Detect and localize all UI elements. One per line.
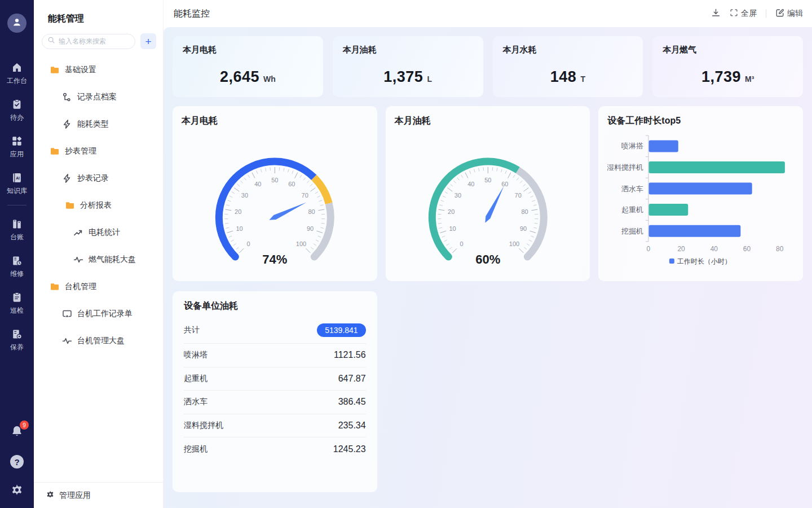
- svg-text:20: 20: [235, 208, 241, 215]
- svg-text:90: 90: [307, 225, 314, 232]
- user-avatar[interactable]: [7, 14, 27, 33]
- stat-value-row: 148T: [503, 68, 633, 86]
- svg-text:100: 100: [509, 240, 519, 247]
- rail-item-knowledge[interactable]: AI知识库: [0, 171, 34, 196]
- stat-value-row: 1,375L: [343, 68, 473, 86]
- total-badge: 5139.841: [317, 323, 365, 337]
- row-value: 235.34: [338, 421, 366, 431]
- gear-icon: [10, 489, 24, 498]
- stat-unit: M³: [745, 75, 754, 84]
- gauge-card-oil: 本月油耗 010203040506070809010060%: [386, 106, 590, 281]
- svg-text:40: 40: [467, 181, 474, 187]
- tree-item[interactable]: 燃气能耗大盘: [34, 246, 163, 273]
- rail-nav-primary: 工作台待办应用AI知识库: [0, 33, 34, 196]
- stat-card: 本月电耗2,645Wh: [173, 36, 323, 97]
- divider: [766, 10, 766, 17]
- svg-text:80: 80: [308, 208, 315, 215]
- svg-text:10: 10: [449, 225, 456, 232]
- settings-button[interactable]: [10, 483, 24, 499]
- tree-item[interactable]: 基础设置: [34, 56, 163, 84]
- tree-item[interactable]: 记录点档案: [34, 84, 163, 111]
- tree-item[interactable]: 抄表记录: [34, 165, 163, 192]
- sidebar-title: 能耗管理: [34, 0, 163, 25]
- tree-item[interactable]: 分析报表: [34, 192, 163, 219]
- bell-icon: [10, 430, 24, 440]
- home-icon: [10, 61, 24, 75]
- total-label: 共计: [184, 325, 200, 335]
- svg-text:60%: 60%: [475, 252, 500, 266]
- pulse-icon: [62, 336, 72, 346]
- add-button[interactable]: +: [140, 33, 156, 49]
- question-icon: ?: [14, 457, 19, 467]
- tree-item[interactable]: 电耗统计: [34, 219, 163, 246]
- svg-text:喷淋搭: 喷淋搭: [621, 142, 643, 150]
- tree-item-label: 能耗类型: [77, 119, 109, 129]
- stat-title: 本月燃气: [663, 45, 793, 55]
- svg-text:0: 0: [647, 245, 651, 253]
- notifications-button[interactable]: 9: [10, 424, 24, 440]
- notification-badge: 9: [20, 421, 29, 430]
- fullscreen-button[interactable]: 全屏: [730, 8, 757, 19]
- search-icon: [47, 36, 55, 46]
- tree-item-label: 台机管理大盘: [77, 336, 125, 346]
- tree-item[interactable]: 台机管理大盘: [34, 327, 163, 354]
- tree-item[interactable]: 抄表管理: [34, 138, 163, 165]
- table-row: 喷淋塔1121.56: [184, 344, 366, 367]
- stat-title: 本月水耗: [503, 45, 633, 55]
- stat-title: 本月油耗: [343, 45, 473, 55]
- charts-row: 本月电耗 010203040506070809010074% 本月油耗 0102…: [173, 106, 803, 281]
- table-row: 湿料搅拌机235.34: [184, 414, 366, 438]
- repair-icon: [10, 254, 24, 268]
- bolt-icon: [62, 173, 72, 183]
- svg-text:100: 100: [296, 240, 306, 247]
- sidebar: 能耗管理 + 基础设置记录点档案能耗类型抄表管理抄表记录分析报表电耗统计燃气能耗…: [34, 0, 164, 508]
- stat-value: 1,375: [383, 68, 423, 85]
- svg-text:30: 30: [454, 192, 461, 199]
- fullscreen-label: 全屏: [741, 8, 757, 19]
- svg-text:80: 80: [521, 208, 528, 215]
- unit-oil-table-card: 设备单位油耗 共计 5139.841 喷淋塔1121.56起重机647.87洒水…: [173, 291, 377, 492]
- rail-item-ledger[interactable]: 台账: [0, 217, 34, 242]
- download-button[interactable]: [711, 8, 721, 19]
- row-label: 洒水车: [184, 397, 208, 407]
- manage-apps-button[interactable]: 管理应用: [34, 482, 163, 508]
- ai-book-icon: AI: [10, 171, 24, 185]
- svg-text:20: 20: [678, 245, 686, 253]
- tree-item-label: 分析报表: [80, 200, 112, 211]
- rail-item-apps[interactable]: 应用: [0, 134, 34, 159]
- gear-icon: [46, 490, 55, 501]
- svg-text:74%: 74%: [262, 252, 287, 266]
- search-input[interactable]: [59, 37, 130, 45]
- svg-text:0: 0: [247, 240, 250, 247]
- help-button[interactable]: ?: [10, 455, 24, 468]
- fullscreen-icon: [730, 8, 738, 19]
- rail-item-maintain[interactable]: 保养: [0, 327, 34, 352]
- table-total-row: 共计 5139.841: [184, 317, 366, 344]
- stat-card: 本月燃气1,739M³: [652, 36, 803, 97]
- clipboard-check-icon: [10, 98, 24, 111]
- tree-item[interactable]: 能耗类型: [34, 111, 163, 138]
- tree-item[interactable]: 台机管理: [34, 273, 163, 300]
- card-title: 本月油耗: [395, 115, 581, 127]
- rail-item-label: 工作台: [7, 76, 27, 86]
- rail-item-repair[interactable]: 维修: [0, 254, 34, 279]
- row-label: 湿料搅拌机: [184, 421, 223, 431]
- card-title: 设备单位油耗: [184, 300, 366, 312]
- tree-item-label: 抄表记录: [77, 173, 109, 183]
- apps-grid-icon: [10, 134, 24, 148]
- rail-item-workbench[interactable]: 工作台: [0, 61, 34, 86]
- folder-icon: [50, 65, 60, 75]
- work-hours-bar-chart: 喷淋搭湿料搅拌机洒水车起重机挖掘机020406080工作时长（小时）: [607, 128, 794, 270]
- edit-button[interactable]: 编辑: [775, 8, 803, 19]
- tree-item-label: 台机管理: [65, 282, 96, 292]
- rail-item-inspection[interactable]: 巡检: [0, 291, 34, 316]
- svg-text:洒水车: 洒水车: [621, 185, 643, 193]
- main: 能耗监控 全屏 编辑 本月电耗2,645Wh本月油耗1: [164, 0, 812, 508]
- folder-icon: [50, 282, 60, 292]
- search-box[interactable]: [42, 34, 135, 49]
- svg-text:40: 40: [710, 245, 718, 253]
- rail-item-todo[interactable]: 待办: [0, 98, 34, 122]
- tree-item[interactable]: 台机工作记录单: [34, 300, 163, 327]
- rail-item-label: 保养: [10, 343, 24, 352]
- sidebar-tree: 基础设置记录点档案能耗类型抄表管理抄表记录分析报表电耗统计燃气能耗大盘台机管理台…: [34, 49, 163, 482]
